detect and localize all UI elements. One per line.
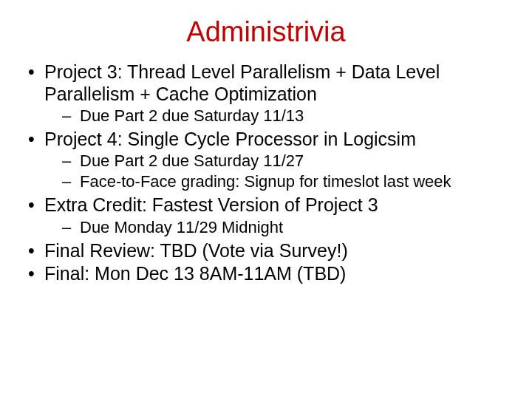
list-item: Due Part 2 due Saturday 11/13 — [44, 106, 508, 126]
slide-title: Administrivia — [0, 16, 532, 48]
sub-bullet-text: Face-to-Face grading: Signup for timeslo… — [80, 172, 451, 191]
sub-list: Due Part 2 due Saturday 11/13 — [44, 106, 508, 126]
list-item: Face-to-Face grading: Signup for timeslo… — [44, 172, 508, 191]
sub-list: Due Part 2 due Saturday 11/27 Face-to-Fa… — [44, 151, 508, 191]
sub-bullet-text: Due Part 2 due Saturday 11/13 — [80, 106, 304, 125]
list-item: Project 4: Single Cycle Processor in Log… — [24, 129, 508, 191]
list-item: Extra Credit: Fastest Version of Project… — [24, 194, 508, 236]
bullet-text: Extra Credit: Fastest Version of Project… — [44, 194, 378, 215]
list-item: Due Part 2 due Saturday 11/27 — [44, 151, 508, 171]
bullet-list: Project 3: Thread Level Parallelism + Da… — [24, 61, 508, 285]
list-item: Final: Mon Dec 13 8AM-11AM (TBD) — [24, 263, 508, 285]
bullet-text: Final: Mon Dec 13 8AM-11AM (TBD) — [44, 263, 346, 284]
bullet-text: Project 4: Single Cycle Processor in Log… — [44, 129, 416, 149]
sub-bullet-text: Due Monday 11/29 Midnight — [80, 218, 283, 236]
slide: Administrivia Project 3: Thread Level Pa… — [0, 16, 532, 399]
sub-bullet-text: Due Part 2 due Saturday 11/27 — [80, 151, 304, 170]
sub-list: Due Monday 11/29 Midnight — [44, 218, 508, 237]
list-item: Due Monday 11/29 Midnight — [44, 218, 508, 237]
bullet-text: Project 3: Thread Level Parallelism + Da… — [44, 61, 440, 104]
slide-content: Project 3: Thread Level Parallelism + Da… — [0, 61, 532, 285]
list-item: Final Review: TBD (Vote via Survey!) — [24, 240, 508, 262]
list-item: Project 3: Thread Level Parallelism + Da… — [24, 61, 508, 126]
bullet-text: Final Review: TBD (Vote via Survey!) — [44, 240, 348, 261]
